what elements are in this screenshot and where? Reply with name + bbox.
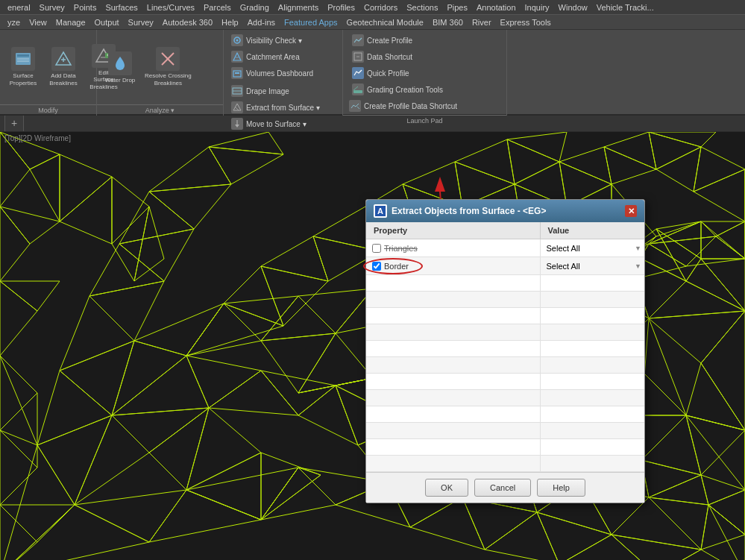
menu-grading[interactable]: Grading — [236, 1, 274, 13]
water-drop-button[interactable]: Water Drop — [101, 49, 139, 86]
dialog-body: Property Value Triangles — [366, 222, 644, 472]
table-row — [366, 357, 644, 374]
ok-button[interactable]: OK — [425, 479, 468, 497]
quick-profile-button[interactable]: Quick Profile — [349, 66, 412, 81]
table-row — [366, 341, 644, 357]
volumes-dashboard-button[interactable]: Volumes Dashboard — [228, 66, 316, 81]
water-drop-label: Water Drop — [105, 77, 136, 84]
create-profile-icon — [352, 34, 364, 46]
data-shortcut-button[interactable]: Data Shortcut — [349, 49, 415, 64]
svg-rect-16 — [235, 72, 239, 74]
volumes-dashboard-label: Volumes Dashboard — [246, 69, 313, 78]
move-to-surface-button[interactable]: Move to Surface ▾ — [228, 116, 338, 131]
menu-parcels[interactable]: Parcels — [199, 1, 236, 13]
submenu-bim360[interactable]: BIM 360 — [428, 16, 468, 28]
submenu-river[interactable]: River — [468, 16, 496, 28]
add-tab-button[interactable]: + — [4, 114, 24, 131]
submenu-addins[interactable]: Add-ins — [243, 16, 280, 28]
drape-image-button[interactable]: Drape Image — [228, 84, 338, 98]
ribbon-analyze-section: Water Drop Resolve CrossingBreaklines An… — [97, 30, 224, 116]
menu-pipes[interactable]: Pipes — [442, 1, 472, 13]
submenu-view[interactable]: View — [25, 16, 51, 28]
extract-surface-button[interactable]: Extract from Surface ▾ — [228, 100, 338, 115]
grading-tools-button[interactable]: Grading Creation Tools — [349, 82, 446, 97]
drape-image-icon — [231, 85, 243, 97]
catchment-area-button[interactable]: Catchment Area — [228, 49, 303, 64]
ribbon-surface-tools-section: Visibility Check ▾ Catchment Area Volume… — [224, 30, 343, 116]
svg-line-26 — [353, 86, 358, 90]
table-row — [366, 439, 644, 456]
dialog-close-button[interactable]: ✕ — [625, 205, 637, 217]
visibility-check-button[interactable]: Visibility Check ▾ — [228, 33, 305, 48]
extract-dialog: A Extract Objects from Surface - <EG> ✕ … — [365, 199, 645, 503]
menu-survey[interactable]: Survey — [35, 1, 69, 13]
border-checkbox[interactable] — [372, 262, 381, 271]
submenu-geotechnical[interactable]: Geotechnical Module — [342, 16, 428, 28]
triangles-value-select[interactable]: Select All — [547, 244, 639, 253]
catchment-area-label: Catchment Area — [246, 53, 300, 61]
triangles-checkbox[interactable] — [372, 244, 381, 253]
table-row — [366, 406, 644, 423]
modify-label: Modify — [0, 104, 96, 116]
submenu-express-tools[interactable]: Express Tools — [496, 16, 556, 28]
submenu-help[interactable]: Help — [217, 16, 243, 28]
add-data-button[interactable]: Add DataBreaklines — [45, 45, 82, 89]
menu-window[interactable]: Window — [554, 1, 592, 13]
menu-points[interactable]: Points — [69, 1, 101, 13]
ribbon: SurfaceProperties Add DataBreaklines — [0, 30, 745, 116]
menu-lines-curves[interactable]: Lines/Curves — [142, 1, 199, 13]
menu-vehicle-tracking[interactable]: Vehicle Tracki... — [592, 1, 658, 13]
resolve-crossing-icon — [156, 47, 180, 71]
submenu-survey[interactable]: Survey — [124, 16, 158, 28]
table-row — [366, 374, 644, 390]
dialog-title-text: Extract Objects from Surface - <EG> — [392, 206, 546, 216]
visibility-check-label: Visibility Check ▾ — [246, 37, 302, 45]
menu-annotation[interactable]: Annotation — [472, 1, 521, 13]
submenu-manage[interactable]: Manage — [51, 16, 90, 28]
menu-inquiry[interactable]: Inquiry — [521, 1, 554, 13]
surface-properties-button[interactable]: SurfaceProperties — [4, 45, 42, 89]
triangles-label: Triangles — [384, 244, 418, 253]
create-profile-shortcut-icon — [349, 100, 361, 112]
dialog-app-icon: A — [374, 204, 387, 218]
dialog-footer: OK Cancel Help — [366, 472, 644, 503]
table-row: Triangles Select All ▼ — [366, 239, 644, 257]
menu-profiles[interactable]: Profiles — [323, 1, 359, 13]
help-button[interactable]: Help — [537, 479, 585, 497]
volumes-dashboard-icon — [231, 67, 243, 79]
table-row — [366, 390, 644, 406]
move-to-surface-icon — [231, 118, 243, 130]
submenu-autodesk360[interactable]: Autodesk 360 — [158, 16, 217, 28]
value-column-header: Value — [540, 222, 644, 239]
menu-alignments[interactable]: Alignments — [274, 1, 323, 13]
menu-sections[interactable]: Sections — [402, 1, 442, 13]
property-column-header: Property — [366, 222, 540, 239]
table-row — [366, 456, 644, 472]
visibility-check-icon — [231, 34, 243, 46]
resolve-crossing-button[interactable]: Resolve CrossingBreaklines — [142, 45, 195, 89]
submenu-yze[interactable]: yze — [3, 16, 25, 28]
move-to-surface-label: Move to Surface ▾ — [246, 120, 307, 128]
menu-corridors[interactable]: Corridors — [359, 1, 402, 13]
menu-surfaces[interactable]: Surfaces — [101, 1, 142, 13]
border-label: Border — [384, 262, 409, 271]
add-data-icon — [51, 47, 75, 71]
water-drop-icon — [108, 51, 132, 75]
cancel-button[interactable]: Cancel — [474, 479, 531, 497]
resolve-crossing-label: Resolve CrossingBreaklines — [145, 72, 192, 86]
menu-general[interactable]: eneral — [3, 1, 35, 13]
menu-bar: eneral Survey Points Surfaces Lines/Curv… — [0, 0, 745, 15]
border-value-cell: Select All ▼ — [540, 257, 644, 275]
table-header-row: Property Value — [366, 222, 644, 239]
surface-properties-icon — [11, 47, 35, 71]
submenu-featured-apps[interactable]: Featured Apps — [280, 16, 342, 28]
create-profile-shortcut-button[interactable]: Create Profile Data Shortcut — [343, 100, 506, 115]
grading-tools-icon — [352, 84, 364, 95]
analyze-buttons: Water Drop Resolve CrossingBreaklines — [97, 30, 223, 104]
table-row — [366, 423, 644, 439]
border-value-select[interactable]: Select All — [547, 262, 639, 271]
surface-tools-buttons: Visibility Check ▾ Catchment Area Volume… — [224, 30, 342, 84]
create-profile-button[interactable]: Create Profile — [349, 33, 415, 48]
dialog-table: Property Value Triangles — [366, 222, 644, 472]
submenu-output[interactable]: Output — [90, 16, 124, 28]
